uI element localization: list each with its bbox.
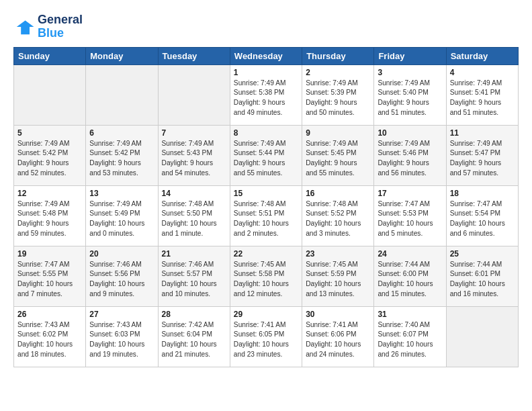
cell-date: 22 xyxy=(234,249,298,259)
day-header-wednesday: Wednesday xyxy=(230,47,302,64)
cell-date: 24 xyxy=(378,249,442,259)
cell-info: Sunrise: 7:49 AM Sunset: 5:40 PM Dayligh… xyxy=(378,79,442,118)
cell-info: Sunrise: 7:40 AM Sunset: 6:07 PM Dayligh… xyxy=(378,320,442,360)
cell-info: Sunrise: 7:47 AM Sunset: 5:54 PM Dayligh… xyxy=(450,199,515,239)
cell-info: Sunrise: 7:47 AM Sunset: 5:55 PM Dayligh… xyxy=(17,260,82,300)
cell-info: Sunrise: 7:41 AM Sunset: 6:06 PM Dayligh… xyxy=(306,320,370,360)
week-row-5: 26Sunrise: 7:43 AM Sunset: 6:02 PM Dayli… xyxy=(14,306,519,367)
calendar-cell: 28Sunrise: 7:42 AM Sunset: 6:04 PM Dayli… xyxy=(158,306,230,367)
cell-date: 21 xyxy=(162,249,226,259)
cell-info: Sunrise: 7:46 AM Sunset: 5:57 PM Dayligh… xyxy=(162,260,226,300)
cell-date: 1 xyxy=(234,68,298,77)
cell-info: Sunrise: 7:45 AM Sunset: 5:59 PM Dayligh… xyxy=(306,260,370,300)
calendar-cell: 9Sunrise: 7:49 AM Sunset: 5:45 PM Daylig… xyxy=(302,125,374,185)
calendar-cell: 8Sunrise: 7:49 AM Sunset: 5:44 PM Daylig… xyxy=(230,125,302,185)
calendar-cell: 16Sunrise: 7:48 AM Sunset: 5:52 PM Dayli… xyxy=(302,185,374,246)
cell-date: 6 xyxy=(89,128,154,138)
calendar-cell: 20Sunrise: 7:46 AM Sunset: 5:56 PM Dayli… xyxy=(86,246,158,306)
cell-date: 5 xyxy=(17,128,82,138)
calendar-cell: 4Sunrise: 7:49 AM Sunset: 5:41 PM Daylig… xyxy=(446,64,518,125)
day-header-monday: Monday xyxy=(86,47,158,64)
calendar-cell: 26Sunrise: 7:43 AM Sunset: 6:02 PM Dayli… xyxy=(14,306,86,367)
calendar-cell: 29Sunrise: 7:41 AM Sunset: 6:05 PM Dayli… xyxy=(230,306,302,367)
cell-info: Sunrise: 7:43 AM Sunset: 6:03 PM Dayligh… xyxy=(89,320,154,360)
calendar-cell: 30Sunrise: 7:41 AM Sunset: 6:06 PM Dayli… xyxy=(302,306,374,367)
calendar-cell: 23Sunrise: 7:45 AM Sunset: 5:59 PM Dayli… xyxy=(302,246,374,306)
cell-info: Sunrise: 7:49 AM Sunset: 5:46 PM Dayligh… xyxy=(378,139,442,179)
calendar-cell: 31Sunrise: 7:40 AM Sunset: 6:07 PM Dayli… xyxy=(374,306,446,367)
calendar-cell: 13Sunrise: 7:49 AM Sunset: 5:49 PM Dayli… xyxy=(86,185,158,246)
cell-date: 29 xyxy=(234,310,298,319)
cell-date: 11 xyxy=(450,128,515,138)
week-row-3: 12Sunrise: 7:49 AM Sunset: 5:48 PM Dayli… xyxy=(14,185,519,246)
calendar-cell: 17Sunrise: 7:47 AM Sunset: 5:53 PM Dayli… xyxy=(374,185,446,246)
cell-date: 9 xyxy=(306,128,370,138)
day-header-saturday: Saturday xyxy=(446,47,518,64)
calendar-cell: 24Sunrise: 7:44 AM Sunset: 6:00 PM Dayli… xyxy=(374,246,446,306)
cell-date: 3 xyxy=(378,68,442,77)
cell-info: Sunrise: 7:44 AM Sunset: 6:01 PM Dayligh… xyxy=(450,260,515,300)
cell-info: Sunrise: 7:46 AM Sunset: 5:56 PM Dayligh… xyxy=(89,260,154,300)
week-row-1: 1Sunrise: 7:49 AM Sunset: 5:38 PM Daylig… xyxy=(14,64,519,125)
cell-date: 4 xyxy=(450,68,515,77)
calendar-cell xyxy=(14,64,86,125)
cell-date: 2 xyxy=(306,68,370,77)
calendar-cell: 10Sunrise: 7:49 AM Sunset: 5:46 PM Dayli… xyxy=(374,125,446,185)
cell-date: 13 xyxy=(89,189,154,198)
day-header-thursday: Thursday xyxy=(302,47,374,64)
cell-info: Sunrise: 7:42 AM Sunset: 6:04 PM Dayligh… xyxy=(162,320,226,360)
cell-info: Sunrise: 7:49 AM Sunset: 5:47 PM Dayligh… xyxy=(450,139,515,179)
page-header: General Blue xyxy=(13,13,519,40)
cell-date: 26 xyxy=(17,310,82,319)
cell-info: Sunrise: 7:49 AM Sunset: 5:41 PM Dayligh… xyxy=(450,79,515,118)
logo-icon xyxy=(13,16,35,38)
cell-date: 20 xyxy=(89,249,154,259)
cell-info: Sunrise: 7:49 AM Sunset: 5:45 PM Dayligh… xyxy=(306,139,370,179)
cell-info: Sunrise: 7:48 AM Sunset: 5:52 PM Dayligh… xyxy=(306,199,370,239)
cell-info: Sunrise: 7:49 AM Sunset: 5:48 PM Dayligh… xyxy=(17,199,82,239)
cell-info: Sunrise: 7:43 AM Sunset: 6:02 PM Dayligh… xyxy=(17,320,82,360)
calendar-cell: 14Sunrise: 7:48 AM Sunset: 5:50 PM Dayli… xyxy=(158,185,230,246)
cell-date: 10 xyxy=(378,128,442,138)
day-header-tuesday: Tuesday xyxy=(158,47,230,64)
cell-date: 12 xyxy=(17,189,82,198)
cell-date: 17 xyxy=(378,189,442,198)
calendar-cell: 19Sunrise: 7:47 AM Sunset: 5:55 PM Dayli… xyxy=(14,246,86,306)
calendar-cell: 6Sunrise: 7:49 AM Sunset: 5:42 PM Daylig… xyxy=(86,125,158,185)
cell-date: 14 xyxy=(162,189,226,198)
cell-info: Sunrise: 7:49 AM Sunset: 5:49 PM Dayligh… xyxy=(89,199,154,239)
cell-info: Sunrise: 7:45 AM Sunset: 5:58 PM Dayligh… xyxy=(234,260,298,300)
day-header-sunday: Sunday xyxy=(14,47,86,64)
cell-date: 31 xyxy=(378,310,442,319)
calendar-cell: 18Sunrise: 7:47 AM Sunset: 5:54 PM Dayli… xyxy=(446,185,518,246)
cell-info: Sunrise: 7:49 AM Sunset: 5:39 PM Dayligh… xyxy=(306,79,370,118)
cell-info: Sunrise: 7:41 AM Sunset: 6:05 PM Dayligh… xyxy=(234,320,298,360)
cell-info: Sunrise: 7:49 AM Sunset: 5:42 PM Dayligh… xyxy=(17,139,82,179)
cell-info: Sunrise: 7:48 AM Sunset: 5:50 PM Dayligh… xyxy=(162,199,226,239)
day-header-friday: Friday xyxy=(374,47,446,64)
calendar-cell: 22Sunrise: 7:45 AM Sunset: 5:58 PM Dayli… xyxy=(230,246,302,306)
calendar-table: SundayMondayTuesdayWednesdayThursdayFrid… xyxy=(13,47,519,367)
cell-date: 25 xyxy=(450,249,515,259)
cell-info: Sunrise: 7:49 AM Sunset: 5:38 PM Dayligh… xyxy=(234,79,298,118)
cell-date: 30 xyxy=(306,310,370,319)
calendar-cell: 21Sunrise: 7:46 AM Sunset: 5:57 PM Dayli… xyxy=(158,246,230,306)
calendar-cell xyxy=(86,64,158,125)
cell-info: Sunrise: 7:48 AM Sunset: 5:51 PM Dayligh… xyxy=(234,199,298,239)
cell-info: Sunrise: 7:44 AM Sunset: 6:00 PM Dayligh… xyxy=(378,260,442,300)
calendar-cell: 3Sunrise: 7:49 AM Sunset: 5:40 PM Daylig… xyxy=(374,64,446,125)
cell-date: 16 xyxy=(306,189,370,198)
cell-date: 15 xyxy=(234,189,298,198)
calendar-cell: 7Sunrise: 7:49 AM Sunset: 5:43 PM Daylig… xyxy=(158,125,230,185)
calendar-cell: 12Sunrise: 7:49 AM Sunset: 5:48 PM Dayli… xyxy=(14,185,86,246)
calendar-cell: 5Sunrise: 7:49 AM Sunset: 5:42 PM Daylig… xyxy=(14,125,86,185)
cell-date: 28 xyxy=(162,310,226,319)
calendar-cell: 1Sunrise: 7:49 AM Sunset: 5:38 PM Daylig… xyxy=(230,64,302,125)
cell-date: 23 xyxy=(306,249,370,259)
week-row-2: 5Sunrise: 7:49 AM Sunset: 5:42 PM Daylig… xyxy=(14,125,519,185)
calendar-cell: 15Sunrise: 7:48 AM Sunset: 5:51 PM Dayli… xyxy=(230,185,302,246)
cell-date: 19 xyxy=(17,249,82,259)
logo: General Blue xyxy=(13,13,83,40)
cell-date: 18 xyxy=(450,189,515,198)
calendar-cell xyxy=(446,306,518,367)
